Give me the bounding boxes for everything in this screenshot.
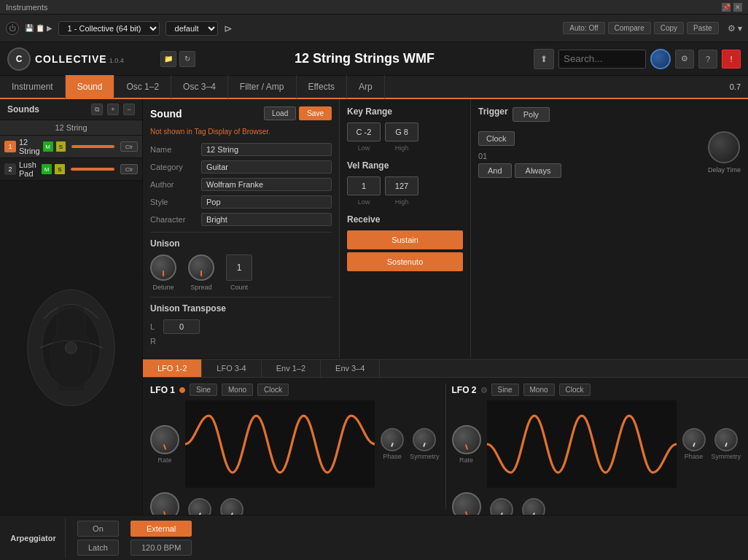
- pin-button[interactable]: 📌: [722, 3, 731, 12]
- main-content: Sounds ⧉ + − 12 String 1 12 String M S C…: [0, 99, 748, 515]
- lfo1-delay-knob[interactable]: [188, 498, 211, 515]
- lfo2-level-knob[interactable]: [452, 492, 481, 515]
- instance-select[interactable]: 1 - Collective (64 bit): [58, 21, 160, 36]
- logo-text-group: COLLECTIVE 1.0.4: [35, 53, 124, 65]
- sostenuto-button[interactable]: Sostenuto: [347, 252, 463, 271]
- lfo-tab-env12[interactable]: Env 1–2: [262, 359, 321, 377]
- lfo1-symmetry-label: Symmetry: [410, 453, 440, 460]
- sound-slider-2[interactable]: [71, 168, 114, 171]
- preset-nav-folder[interactable]: 📁: [160, 51, 176, 67]
- lfo1-phase-knob[interactable]: [381, 428, 404, 451]
- poly-button[interactable]: Poly: [513, 107, 550, 122]
- clock-button[interactable]: Clock: [478, 131, 515, 146]
- count-input[interactable]: [226, 254, 252, 281]
- spread-group: Spread: [188, 254, 214, 291]
- lfo1-symmetry-knob[interactable]: [413, 428, 436, 451]
- sounds-add-btn[interactable]: +: [107, 104, 119, 115]
- lfo2-wave-display: [487, 400, 677, 488]
- sounds-remove-btn[interactable]: −: [123, 104, 135, 115]
- lfo-tab-12[interactable]: LFO 1-2: [143, 359, 202, 377]
- arp-on-button[interactable]: On: [77, 521, 119, 537]
- lfo2-sine-btn[interactable]: Sine: [491, 384, 519, 396]
- lfo1-wave-display: [185, 400, 375, 488]
- tab-filter-amp[interactable]: Filter / Amp: [228, 75, 297, 98]
- style-row: Style Pop: [150, 195, 332, 209]
- tab-effects[interactable]: Effects: [297, 75, 347, 98]
- spread-knob[interactable]: [188, 254, 214, 281]
- help-button[interactable]: ?: [698, 50, 717, 69]
- key-high-label: High: [385, 144, 418, 152]
- sound-section: Sound Load Save Not shown in Tag Display…: [143, 99, 340, 358]
- solo-btn-2[interactable]: S: [55, 164, 65, 174]
- patch-name: 12 String Strings WMF: [203, 51, 526, 66]
- sounds-copy-btn[interactable]: ⧉: [91, 104, 103, 115]
- transpose-l-input[interactable]: [163, 319, 200, 334]
- detune-knob[interactable]: [150, 254, 176, 281]
- lfo2-fade-knob[interactable]: [522, 498, 545, 515]
- lfo1-clock-btn[interactable]: Clock: [257, 384, 289, 396]
- sound-slider-1[interactable]: [71, 145, 114, 148]
- arp-bpm-button[interactable]: 120.0 BPM: [130, 540, 192, 556]
- lfo1-rate-label: Rate: [157, 456, 171, 464]
- tab-instrument[interactable]: Instrument: [0, 75, 66, 98]
- settings-button[interactable]: ⚙: [675, 50, 694, 69]
- preset-nav-refresh[interactable]: ↻: [179, 51, 195, 67]
- lfo2-rate-knob[interactable]: [452, 425, 481, 454]
- category-value: Guitar: [201, 160, 332, 174]
- compare-button[interactable]: Compare: [608, 22, 651, 34]
- auto-off-label[interactable]: Auto: Off: [563, 22, 604, 34]
- tab-arp[interactable]: Arp: [347, 75, 385, 98]
- ctr-btn-1[interactable]: Ctr: [120, 141, 138, 152]
- sustain-button[interactable]: Sustain: [347, 230, 463, 249]
- lfo1-mono-btn[interactable]: Mono: [222, 384, 253, 396]
- close-button[interactable]: ✕: [733, 3, 742, 12]
- record-button[interactable]: !: [722, 50, 741, 69]
- ctr-btn-2[interactable]: Ctr: [120, 164, 138, 174]
- vel-low-box[interactable]: 1: [347, 176, 381, 195]
- lfo1-level-knob[interactable]: [150, 492, 179, 515]
- solo-btn-1[interactable]: S: [56, 141, 66, 152]
- paste-button[interactable]: Paste: [687, 22, 719, 34]
- load-button[interactable]: Load: [264, 106, 296, 120]
- and-button[interactable]: And: [478, 163, 512, 178]
- sound-item-1[interactable]: 1 12 String M S Ctr: [0, 136, 142, 158]
- tab-osc12[interactable]: Osc 1–2: [114, 75, 171, 98]
- lfo2-symmetry-knob[interactable]: [714, 428, 738, 451]
- power-button[interactable]: ⏻: [6, 22, 19, 35]
- mute-btn-1[interactable]: M: [43, 141, 53, 152]
- lfo1-rate-knob[interactable]: [150, 425, 179, 454]
- category-label: Category: [150, 163, 201, 171]
- lfo2-phase-knob[interactable]: [682, 428, 706, 451]
- arp-latch-button[interactable]: Latch: [77, 540, 119, 556]
- name-label: Name: [150, 145, 201, 154]
- vel-high-box[interactable]: 127: [385, 176, 418, 195]
- tab-sound[interactable]: Sound: [66, 75, 115, 98]
- lfo-tab-34[interactable]: LFO 3-4: [202, 359, 261, 377]
- vel-range-title: Vel Range: [347, 160, 463, 171]
- lfo1-fade-knob[interactable]: [220, 498, 244, 515]
- sidebar: Sounds ⧉ + − 12 String 1 12 String M S C…: [0, 99, 143, 515]
- delay-knob[interactable]: [708, 131, 740, 163]
- lfo-tab-env34[interactable]: Env 3–4: [321, 359, 380, 377]
- lfo1-sine-btn[interactable]: Sine: [190, 384, 217, 396]
- preset-select[interactable]: default: [165, 21, 218, 36]
- lfo2-delay-knob[interactable]: [490, 498, 513, 515]
- key-high-box[interactable]: G 8: [385, 122, 418, 141]
- count-group: Count: [226, 254, 252, 291]
- blue-knob[interactable]: [650, 49, 671, 69]
- key-low-box[interactable]: C -2: [347, 122, 381, 141]
- lfo2-title: LFO 2: [452, 385, 477, 395]
- save-button[interactable]: Save: [299, 106, 332, 120]
- mute-btn-2[interactable]: M: [42, 164, 52, 174]
- count-label: Count: [230, 284, 248, 291]
- export-button[interactable]: ⬆: [534, 49, 554, 69]
- lfo2-clock-btn[interactable]: Clock: [559, 384, 591, 396]
- always-button[interactable]: Always: [515, 163, 562, 178]
- lfo2-mono-btn[interactable]: Mono: [523, 384, 555, 396]
- tab-osc34[interactable]: Osc 3–4: [171, 75, 228, 98]
- arp-external-button[interactable]: External: [130, 521, 192, 537]
- sound-item-2[interactable]: 2 Lush Pad M S Ctr: [0, 158, 142, 181]
- copy-button[interactable]: Copy: [654, 22, 684, 34]
- style-value: Pop: [201, 195, 332, 209]
- search-input[interactable]: [558, 50, 646, 69]
